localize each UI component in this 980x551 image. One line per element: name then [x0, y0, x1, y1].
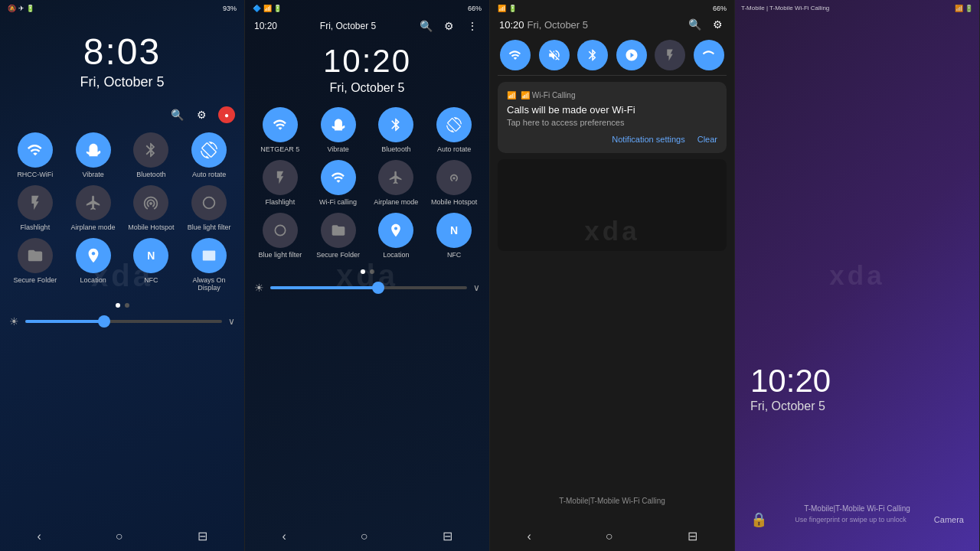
tile-rhcc-wifi[interactable]: RHCC-WiFi: [9, 132, 61, 179]
nav-home-1[interactable]: ○: [116, 530, 123, 543]
tile-nfc-1[interactable]: N NFC: [126, 238, 178, 293]
top-tile-sound[interactable]: [539, 40, 570, 70]
brightness-fill-1: [25, 320, 104, 323]
top-icon-flashlight: [655, 40, 685, 70]
tile-nfc-2[interactable]: N NFC: [428, 213, 480, 259]
tile-bluetooth-1[interactable]: Bluetooth: [126, 132, 178, 179]
tile-bluelight-2[interactable]: Blue light filter: [254, 213, 306, 259]
brightness-slider-2[interactable]: [270, 286, 467, 289]
tile-auto-rotate-2[interactable]: Auto rotate: [428, 107, 480, 154]
camera-label[interactable]: Camera: [934, 515, 964, 524]
top-tile-wifi[interactable]: [500, 40, 531, 70]
user-icon-1[interactable]: ●: [218, 106, 235, 123]
settings-icon-2[interactable]: ⚙: [442, 18, 457, 34]
tile-icon-location-1: [76, 238, 111, 273]
nav-bar-3: ‹ ○ ⊟: [490, 523, 734, 551]
tile-icon-hotspot-1: [133, 185, 168, 220]
tile-hotspot-2[interactable]: Mobile Hotspot: [428, 160, 480, 207]
panel-4: T-Mobile | T-Mobile Wi-Fi Calling 📶 🔋 xd…: [735, 0, 980, 551]
notif-settings-btn[interactable]: Notification settings: [612, 135, 684, 144]
clock-date-1: Fri, October 5: [0, 74, 244, 90]
brightness-thumb-2: [372, 282, 384, 294]
tile-bluelight-1[interactable]: Blue light filter: [183, 185, 235, 232]
tile-location-1[interactable]: Location: [67, 238, 119, 293]
tile-label-rhcc-wifi: RHCC-WiFi: [17, 171, 53, 179]
nav-back-2[interactable]: ‹: [283, 530, 286, 543]
search-icon-2[interactable]: 🔍: [419, 18, 434, 34]
nav-home-2[interactable]: ○: [361, 530, 368, 543]
top-tile-flashlight[interactable]: [655, 40, 685, 70]
qs-header-1: 🔍 ⚙ ●: [0, 102, 244, 126]
tile-icon-secure-folder-1: [18, 238, 53, 273]
tile-icon-flashlight-1: [18, 185, 53, 220]
tile-icon-flashlight-2: [263, 160, 298, 195]
tile-label-location-2: Location: [383, 251, 409, 259]
header-date-2: Fri, October 5: [320, 21, 376, 31]
tile-icon-vibrate: [76, 132, 111, 168]
nav-recent-3[interactable]: ⊟: [688, 529, 697, 543]
tile-vibrate[interactable]: Vibrate: [67, 132, 119, 179]
tile-label-always-on-1: Always On Display: [183, 276, 235, 293]
tile-label-wificalling: Wi-Fi calling: [319, 198, 357, 207]
nav-back-3[interactable]: ‹: [528, 530, 531, 543]
tile-always-on-1[interactable]: Always On Display: [183, 238, 235, 293]
tile-wificalling[interactable]: Wi-Fi calling: [312, 160, 364, 207]
tmobile-notif: T-Mobile|T-Mobile Wi-Fi Calling: [498, 497, 727, 505]
tile-label-bluetooth-1: Bluetooth: [136, 171, 165, 179]
tile-icon-airplane-2: [378, 160, 413, 195]
tile-secure-folder-1[interactable]: Secure Folder: [9, 238, 61, 293]
swipe-hint: Use fingerprint or swipe up to unlock: [795, 516, 906, 523]
status-right-2: 66%: [468, 5, 482, 12]
tile-flashlight-2[interactable]: Flashlight: [254, 160, 306, 207]
tile-secure-folder-2[interactable]: Secure Folder: [312, 213, 364, 259]
expand-icon-1[interactable]: ∨: [228, 316, 235, 327]
status-icons-4: 📶 🔋: [955, 5, 973, 12]
tile-label-secure-folder-1: Secure Folder: [14, 276, 57, 285]
xda-watermark-4: xda: [829, 260, 884, 291]
expand-icon-2[interactable]: ∨: [473, 282, 480, 293]
status-left-1: 🔕 ✈ 🔋: [8, 5, 34, 12]
tile-flashlight-1[interactable]: Flashlight: [9, 185, 61, 232]
brightness-slider-1[interactable]: [25, 320, 222, 323]
qs-header-3: 10:20 Fri, October 5 🔍 ⚙: [490, 15, 734, 35]
search-icon-1[interactable]: 🔍: [169, 107, 185, 122]
qs-header-2: 10:20 Fri, October 5 🔍 ⚙ ⋮: [245, 15, 489, 35]
notification-card[interactable]: 📶 📶 Wi-Fi Calling Calls will be made ove…: [498, 82, 727, 153]
top-tiles-row: [490, 35, 734, 75]
page-dots-1: [0, 298, 244, 312]
search-icon-3[interactable]: 🔍: [687, 17, 702, 32]
nav-bar-2: ‹ ○ ⊟: [245, 523, 489, 551]
tile-airplane-2[interactable]: Airplane mode: [371, 160, 423, 207]
tile-icon-rhcc-wifi: [18, 132, 53, 168]
top-tile-unknown2[interactable]: [694, 40, 724, 70]
nav-back-1[interactable]: ‹: [38, 530, 41, 543]
nav-home-3[interactable]: ○: [606, 530, 613, 543]
lock-icon[interactable]: 🔒: [750, 511, 767, 528]
brightness-fill-2: [270, 286, 378, 289]
tile-vibrate-2[interactable]: Vibrate: [312, 107, 364, 154]
settings-icon-1[interactable]: ⚙: [194, 107, 209, 122]
tile-hotspot-1[interactable]: Mobile Hotspot: [126, 185, 178, 232]
notif-clear-btn[interactable]: Clear: [697, 135, 717, 144]
notif-body: Tap here to access preferences: [507, 118, 717, 127]
battery-status-4: 🔋: [965, 5, 973, 12]
tile-auto-rotate-1[interactable]: Auto rotate: [183, 132, 235, 179]
menu-icon-2[interactable]: ⋮: [465, 18, 480, 34]
top-tile-bluetooth[interactable]: [577, 40, 608, 70]
lock-date: Fri, October 5: [750, 399, 831, 413]
tile-location-2[interactable]: Location: [371, 213, 423, 259]
lock-time: 10:20: [750, 363, 831, 399]
header-date-3: Fri, October 5: [528, 19, 588, 31]
tile-netgear[interactable]: NETGEAR 5: [254, 107, 306, 154]
tile-icon-bluetooth-2: [378, 107, 413, 142]
nav-recent-1[interactable]: ⊟: [198, 529, 207, 543]
panel-3: 📶 🔋 66% 10:20 Fri, October 5 🔍 ⚙: [490, 0, 735, 551]
tile-airplane-1[interactable]: Airplane mode: [67, 185, 119, 232]
top-tile-unknown1[interactable]: [616, 40, 647, 70]
tile-label-auto-rotate-2: Auto rotate: [437, 145, 471, 154]
tile-bluetooth-2[interactable]: Bluetooth: [371, 107, 423, 154]
settings-icon-3[interactable]: ⚙: [710, 17, 725, 32]
header-time-2: 10:20: [254, 21, 277, 31]
nav-recent-2[interactable]: ⊟: [443, 529, 452, 543]
tile-label-airplane-2: Airplane mode: [374, 198, 418, 207]
